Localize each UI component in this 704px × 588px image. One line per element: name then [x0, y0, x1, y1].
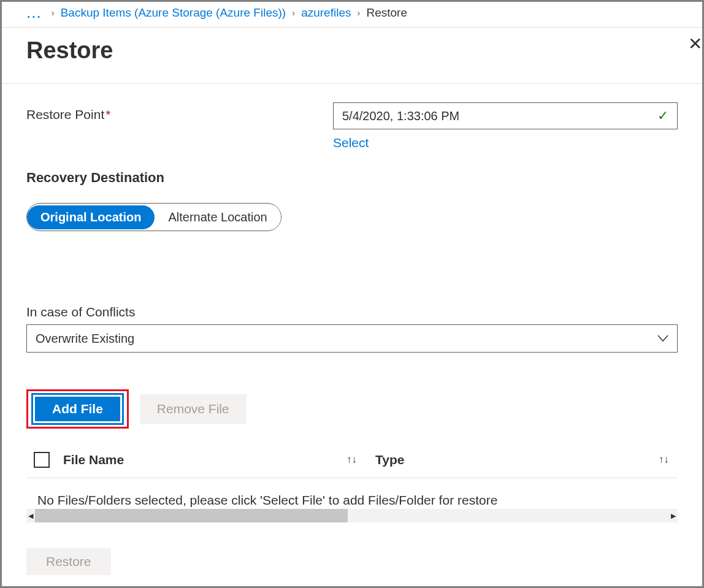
scroll-left-icon[interactable]: ◀ — [26, 509, 35, 522]
add-file-button[interactable]: Add File — [33, 395, 122, 423]
table-header: File Name ↑↓ Type ↑↓ — [26, 446, 678, 478]
page-header: Restore — [2, 28, 702, 84]
recovery-destination-heading: Recovery Destination — [26, 170, 678, 186]
horizontal-scrollbar[interactable]: ◀ ▶ — [26, 509, 678, 522]
conflicts-value: Overwrite Existing — [36, 332, 134, 346]
close-icon[interactable]: ✕ — [688, 34, 702, 54]
add-file-highlight: Add File — [26, 389, 129, 429]
original-location-option[interactable]: Original Location — [27, 205, 155, 229]
checkmark-icon: ✓ — [657, 108, 668, 124]
alternate-location-option[interactable]: Alternate Location — [155, 205, 280, 229]
restore-point-label: Restore Point* — [26, 102, 333, 122]
chevron-right-icon: › — [52, 7, 55, 18]
conflicts-dropdown[interactable]: Overwrite Existing — [26, 324, 678, 353]
breadcrumb-azurefiles[interactable]: azurefiles — [301, 6, 351, 20]
breadcrumb: ... › Backup Items (Azure Storage (Azure… — [2, 2, 702, 28]
chevron-right-icon: › — [357, 7, 360, 18]
empty-table-message: No Files/Folders selected, please click … — [26, 478, 678, 508]
scroll-thumb[interactable] — [35, 509, 348, 522]
column-type[interactable]: Type — [375, 452, 404, 467]
restore-point-input[interactable]: 5/4/2020, 1:33:06 PM ✓ — [333, 102, 678, 129]
sort-icon[interactable]: ↑↓ — [659, 454, 669, 466]
select-all-checkbox[interactable] — [34, 452, 50, 468]
conflicts-label: In case of Conflicts — [26, 305, 678, 319]
footer: Restore — [2, 537, 702, 586]
breadcrumb-backup-items[interactable]: Backup Items (Azure Storage (Azure Files… — [61, 6, 286, 20]
select-restore-point-link[interactable]: Select — [333, 136, 369, 150]
page-title: Restore — [26, 37, 113, 64]
recovery-destination-toggle: Original Location Alternate Location — [26, 203, 281, 231]
chevron-right-icon: › — [292, 7, 295, 18]
restore-button[interactable]: Restore — [26, 548, 111, 575]
sort-icon[interactable]: ↑↓ — [346, 454, 357, 466]
breadcrumb-restore: Restore — [366, 6, 407, 20]
restore-point-value: 5/4/2020, 1:33:06 PM — [342, 109, 459, 123]
chevron-down-icon — [657, 332, 668, 345]
remove-file-button[interactable]: Remove File — [140, 394, 247, 424]
column-filename[interactable]: File Name — [63, 452, 124, 467]
scroll-right-icon[interactable]: ▶ — [669, 509, 678, 522]
breadcrumb-ellipsis[interactable]: ... — [26, 3, 42, 22]
